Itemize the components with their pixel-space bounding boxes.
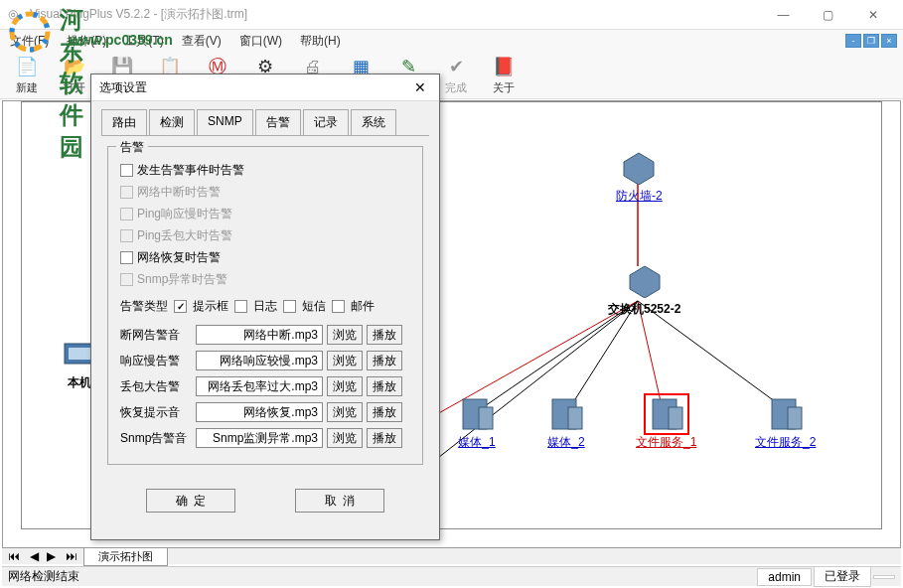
menu-tools[interactable]: 工具(T)	[120, 31, 167, 52]
checkbox-icon	[120, 273, 133, 286]
check-sms[interactable]	[283, 300, 296, 313]
tab-nav-prev[interactable]: ◀	[26, 549, 43, 563]
switch-icon	[625, 263, 665, 299]
sound-input-break[interactable]	[196, 325, 323, 345]
sound-input-recover[interactable]	[196, 402, 323, 422]
check-snmp-abnormal: Snmp异常时告警	[120, 271, 412, 288]
node-media2[interactable]: 媒体_2	[546, 396, 586, 451]
svg-rect-14	[479, 407, 493, 429]
svg-rect-20	[788, 407, 802, 429]
open-icon: 📂	[63, 55, 86, 78]
tab-detect[interactable]: 检测	[149, 109, 195, 135]
check-net-recover[interactable]: 网络恢复时告警	[120, 249, 412, 266]
sound-row-recover: 恢复提示音 浏览 播放	[120, 402, 412, 422]
dialog-tabs: 路由 检测 SNMP 告警 记录 系统	[91, 101, 439, 135]
sound-input-snmp[interactable]	[196, 428, 323, 448]
node-label: 本机	[68, 374, 91, 391]
svg-rect-12	[69, 348, 90, 360]
cancel-button[interactable]: 取消	[295, 489, 384, 513]
tab-nav-next[interactable]: ▶	[43, 549, 60, 563]
sound-row-loss: 丢包大告警 浏览 播放	[120, 376, 412, 396]
tab-system[interactable]: 系统	[351, 109, 396, 135]
tab-record[interactable]: 记录	[303, 109, 349, 135]
check-mail[interactable]	[332, 300, 345, 313]
node-label: 交换机5252-2	[608, 301, 680, 318]
bottom-tabstrip: ⏮ ◀ ▶ ⏭ 演示拓扑图	[2, 548, 901, 564]
play-button[interactable]: 播放	[367, 351, 402, 370]
mdi-restore[interactable]: ❐	[863, 34, 879, 48]
node-label: 媒体_2	[547, 434, 584, 451]
checkbox-icon	[120, 186, 133, 199]
group-title: 告警	[116, 139, 148, 156]
status-text: 网络检测结束	[8, 568, 79, 585]
node-label: 防火墙-2	[616, 188, 663, 205]
document-tab[interactable]: 演示拓扑图	[83, 547, 168, 566]
menu-action[interactable]: 操作(P)	[63, 31, 110, 52]
menu-file[interactable]: 文件(F)	[6, 31, 53, 52]
checkbox-icon[interactable]	[120, 164, 133, 177]
browse-button[interactable]: 浏览	[327, 376, 363, 396]
server-icon	[457, 396, 497, 432]
tb-about[interactable]: 📕关于	[483, 55, 525, 95]
tab-snmp[interactable]: SNMP	[197, 109, 253, 135]
tb-done: ✔完成	[435, 55, 477, 95]
play-button[interactable]: 播放	[367, 402, 402, 422]
tab-nav-first[interactable]: ⏮	[2, 549, 26, 563]
sound-row-break: 断网告警音 浏览 播放	[120, 325, 412, 345]
alarm-type-label: 告警类型	[120, 298, 168, 315]
node-switch[interactable]: 交换机5252-2	[608, 263, 680, 318]
play-button[interactable]: 播放	[367, 325, 402, 345]
new-icon: 📄	[15, 55, 39, 78]
node-media1[interactable]: 媒体_1	[457, 396, 497, 451]
sound-row-slow: 响应慢告警 浏览 播放	[120, 351, 412, 370]
menu-view[interactable]: 查看(V)	[178, 31, 226, 52]
dialog-title-text: 选项设置	[99, 79, 147, 96]
options-dialog: 选项设置 ✕ 路由 检测 SNMP 告警 记录 系统 告警 发生告警事件时告警 …	[90, 74, 440, 540]
browse-button[interactable]: 浏览	[327, 325, 363, 345]
status-user: admin	[757, 568, 812, 586]
tab-nav-last[interactable]: ⏭	[60, 549, 83, 563]
status-login: 已登录	[814, 566, 871, 587]
titlebar: ◎ Visual PingPlus V5.2.2 - [演示拓扑图.trm] —…	[0, 0, 903, 30]
node-file1[interactable]: 文件服务_1	[636, 396, 696, 451]
menu-window[interactable]: 窗口(W)	[235, 31, 286, 52]
svg-marker-9	[624, 153, 654, 185]
node-label: 文件服务_1	[636, 434, 696, 451]
mdi-minimize[interactable]: -	[845, 34, 861, 48]
checkbox-icon[interactable]	[120, 251, 133, 264]
firewall-icon	[619, 150, 659, 186]
svg-marker-10	[630, 266, 660, 298]
play-button[interactable]: 播放	[367, 376, 402, 396]
checkbox-icon	[120, 208, 133, 220]
minimize-button[interactable]: —	[761, 0, 806, 30]
browse-button[interactable]: 浏览	[327, 402, 363, 422]
maximize-button[interactable]: ▢	[806, 0, 850, 30]
sound-input-slow[interactable]	[196, 351, 323, 370]
check-alarm-event[interactable]: 发生告警事件时告警	[120, 162, 412, 179]
ok-button[interactable]: 确定	[146, 489, 235, 513]
tab-route[interactable]: 路由	[101, 109, 147, 135]
dialog-close-button[interactable]: ✕	[409, 77, 431, 97]
dialog-titlebar[interactable]: 选项设置 ✕	[91, 74, 439, 101]
check-log[interactable]	[234, 300, 247, 313]
check-popup[interactable]	[174, 300, 187, 313]
node-firewall[interactable]: 防火墙-2	[616, 150, 663, 205]
menu-help[interactable]: 帮助(H)	[296, 31, 345, 52]
server-icon	[766, 396, 806, 432]
status-resize-grip[interactable]	[873, 575, 895, 579]
node-label: 文件服务_2	[755, 434, 816, 451]
window-title: Visual PingPlus V5.2.2 - [演示拓扑图.trm]	[30, 6, 761, 23]
svg-rect-16	[568, 407, 582, 429]
close-button[interactable]: ✕	[850, 0, 895, 30]
tb-new[interactable]: 📄新建	[6, 55, 48, 95]
browse-button[interactable]: 浏览	[327, 428, 363, 448]
check-ping-slow: Ping响应慢时告警	[120, 206, 412, 222]
tb-open[interactable]: 📂打开	[54, 55, 95, 95]
app-icon: ◎	[8, 7, 24, 23]
sound-input-loss[interactable]	[196, 376, 323, 396]
mdi-close[interactable]: ×	[881, 34, 897, 48]
node-file2[interactable]: 文件服务_2	[755, 396, 816, 451]
play-button[interactable]: 播放	[367, 428, 402, 448]
tab-alarm[interactable]: 告警	[255, 109, 301, 135]
browse-button[interactable]: 浏览	[327, 351, 363, 370]
